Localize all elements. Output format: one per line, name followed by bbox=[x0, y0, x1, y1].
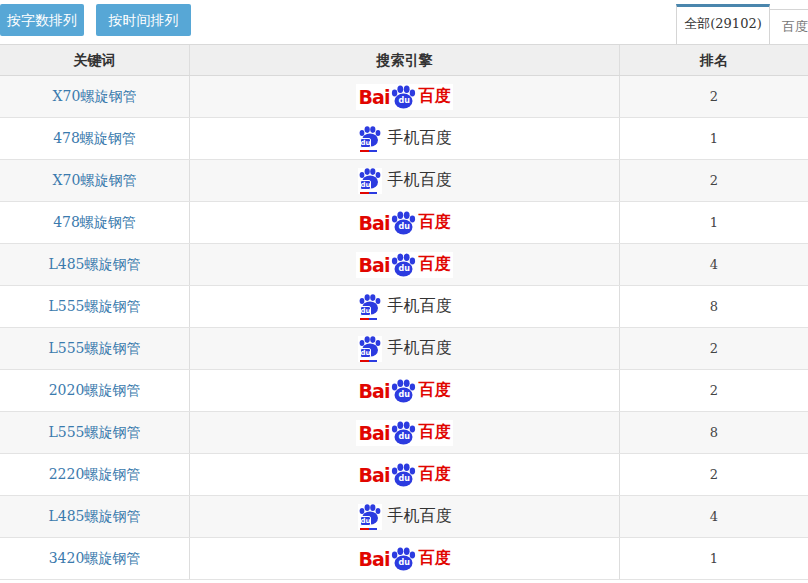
engine-cell: Bai du 百度 bbox=[190, 538, 620, 579]
mobile-baidu-label: 手机百度 bbox=[388, 296, 452, 317]
rank-value: 2 bbox=[710, 341, 718, 356]
mobile-icon-underline bbox=[360, 360, 377, 362]
engine-cell: du 手机百度 bbox=[190, 286, 620, 327]
rank-value: 4 bbox=[710, 509, 718, 524]
rank-cell: 1 bbox=[620, 202, 808, 243]
baidu-paw-icon: du bbox=[390, 421, 417, 445]
keyword-cell: 2220螺旋钢管 bbox=[0, 454, 190, 495]
mobile-baidu-paw-icon: du bbox=[358, 504, 382, 530]
mobile-icon-underline bbox=[360, 318, 377, 320]
rank-cell: 1 bbox=[620, 538, 808, 579]
keyword-cell: 478螺旋钢管 bbox=[0, 118, 190, 159]
keyword-link[interactable]: 2020螺旋钢管 bbox=[49, 382, 141, 398]
mobile-baidu-label: 手机百度 bbox=[388, 506, 452, 527]
tab-baidu[interactable]: 百度 bbox=[770, 9, 808, 44]
baidu-chinese-text: 百度 bbox=[418, 254, 450, 275]
rank-value: 1 bbox=[710, 215, 718, 230]
baidu-paw-icon: du bbox=[390, 463, 417, 487]
keyword-link[interactable]: L485螺旋钢管 bbox=[48, 256, 140, 272]
rank-cell: 2 bbox=[620, 160, 808, 201]
column-header-keyword: 关键词 bbox=[0, 45, 190, 75]
keyword-cell: 478螺旋钢管 bbox=[0, 202, 190, 243]
mobile-icon-underline bbox=[360, 150, 377, 152]
keyword-link[interactable]: L555螺旋钢管 bbox=[48, 298, 140, 314]
baidu-pc-logo: Bai du 百度 bbox=[356, 252, 454, 278]
rank-value: 2 bbox=[710, 383, 718, 398]
table-row: X70螺旋钢管 Bai du 百度 bbox=[0, 76, 808, 118]
rank-cell: 2 bbox=[620, 454, 808, 495]
sort-by-wordcount-button[interactable]: 按字数排列 bbox=[0, 4, 84, 36]
mobile-du-badge: du bbox=[360, 306, 371, 316]
baidu-bai-text: Bai bbox=[359, 464, 390, 486]
rank-value: 2 bbox=[710, 467, 718, 482]
baidu-du-text: du bbox=[398, 432, 409, 442]
table-row: 2220螺旋钢管 Bai du 百度 bbox=[0, 454, 808, 496]
keyword-cell: 3420螺旋钢管 bbox=[0, 538, 190, 579]
rank-cell: 2 bbox=[620, 370, 808, 411]
keyword-link[interactable]: X70螺旋钢管 bbox=[53, 88, 137, 104]
baidu-du-text: du bbox=[398, 222, 409, 232]
rank-cell: 8 bbox=[620, 412, 808, 453]
baidu-du-text: du bbox=[398, 264, 409, 274]
engine-cell: du 手机百度 bbox=[190, 496, 620, 537]
keyword-link[interactable]: 478螺旋钢管 bbox=[53, 130, 136, 146]
baidu-bai-text: Bai bbox=[359, 380, 390, 402]
keyword-link[interactable]: 478螺旋钢管 bbox=[53, 214, 136, 230]
mobile-baidu-label: 手机百度 bbox=[388, 170, 452, 191]
keyword-link[interactable]: 2220螺旋钢管 bbox=[49, 466, 141, 482]
mobile-du-badge: du bbox=[360, 180, 371, 190]
keyword-link[interactable]: L555螺旋钢管 bbox=[48, 340, 140, 356]
baidu-mobile-logo: du 手机百度 bbox=[358, 294, 452, 320]
keyword-cell: L555螺旋钢管 bbox=[0, 286, 190, 327]
baidu-pc-logo: Bai du 百度 bbox=[356, 84, 454, 110]
table-row: L485螺旋钢管 bbox=[0, 496, 808, 538]
baidu-paw-icon: du bbox=[390, 253, 417, 277]
mobile-baidu-label: 手机百度 bbox=[388, 338, 452, 359]
mobile-du-badge: du bbox=[360, 348, 371, 358]
mobile-baidu-paw-icon: du bbox=[358, 294, 382, 320]
baidu-bai-text: Bai bbox=[359, 212, 390, 234]
keyword-cell: X70螺旋钢管 bbox=[0, 76, 190, 117]
rank-value: 2 bbox=[710, 173, 718, 188]
table-body: X70螺旋钢管 Bai du 百度 bbox=[0, 76, 808, 580]
mobile-icon-underline bbox=[360, 192, 377, 194]
baidu-chinese-text: 百度 bbox=[418, 86, 450, 107]
keyword-cell: L485螺旋钢管 bbox=[0, 496, 190, 537]
engine-cell: Bai du 百度 bbox=[190, 244, 620, 285]
engine-cell: Bai du 百度 bbox=[190, 454, 620, 495]
table-row: X70螺旋钢管 bbox=[0, 160, 808, 202]
keyword-cell: L485螺旋钢管 bbox=[0, 244, 190, 285]
baidu-chinese-text: 百度 bbox=[418, 380, 450, 401]
baidu-du-text: du bbox=[398, 96, 409, 106]
sort-by-time-button[interactable]: 按时间排列 bbox=[96, 4, 191, 36]
keyword-link[interactable]: L555螺旋钢管 bbox=[48, 424, 140, 440]
rank-value: 4 bbox=[710, 257, 718, 272]
baidu-bai-text: Bai bbox=[359, 422, 390, 444]
baidu-chinese-text: 百度 bbox=[418, 422, 450, 443]
mobile-du-badge: du bbox=[360, 138, 371, 148]
baidu-chinese-text: 百度 bbox=[418, 548, 450, 569]
tab-all[interactable]: 全部(29102) bbox=[676, 4, 770, 44]
rank-cell: 2 bbox=[620, 76, 808, 117]
rank-value: 1 bbox=[710, 131, 718, 146]
baidu-pc-logo: Bai du 百度 bbox=[356, 546, 454, 572]
table-row: 2020螺旋钢管 Bai du 百度 bbox=[0, 370, 808, 412]
keyword-link[interactable]: L485螺旋钢管 bbox=[48, 508, 140, 524]
keyword-link[interactable]: X70螺旋钢管 bbox=[53, 172, 137, 188]
baidu-mobile-logo: du 手机百度 bbox=[358, 168, 452, 194]
keyword-rank-table: 关键词 搜索引擎 排名 X70螺旋钢管 Bai du bbox=[0, 44, 808, 580]
keyword-link[interactable]: 3420螺旋钢管 bbox=[49, 550, 141, 566]
mobile-baidu-label: 手机百度 bbox=[388, 128, 452, 149]
mobile-baidu-paw-icon: du bbox=[358, 168, 382, 194]
baidu-paw-icon: du bbox=[390, 85, 417, 109]
baidu-pc-logo: Bai du 百度 bbox=[356, 420, 454, 446]
rank-cell: 4 bbox=[620, 244, 808, 285]
rank-value: 2 bbox=[710, 89, 718, 104]
keyword-cell: X70螺旋钢管 bbox=[0, 160, 190, 201]
engine-cell: Bai du 百度 bbox=[190, 202, 620, 243]
table-row: 478螺旋钢管 Bai du 百度 bbox=[0, 202, 808, 244]
keyword-cell: L555螺旋钢管 bbox=[0, 328, 190, 369]
engine-cell: du 手机百度 bbox=[190, 328, 620, 369]
baidu-paw-icon: du bbox=[390, 379, 417, 403]
baidu-mobile-logo: du 手机百度 bbox=[358, 504, 452, 530]
